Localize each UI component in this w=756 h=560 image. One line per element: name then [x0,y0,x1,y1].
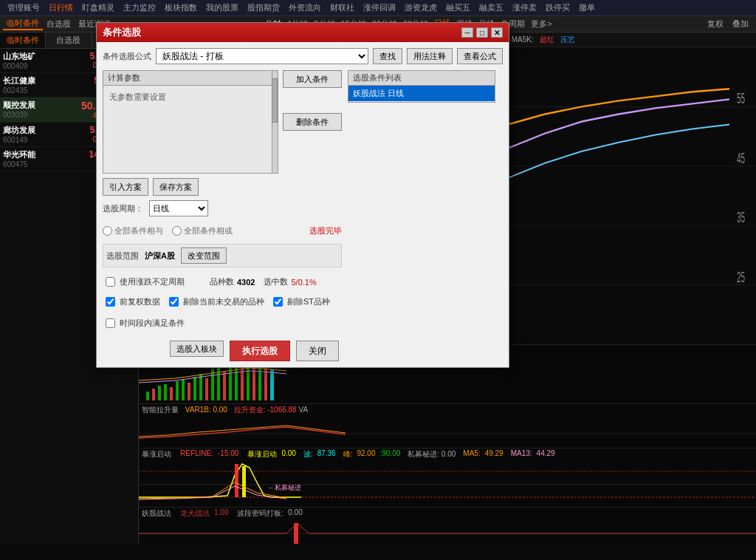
delete-condition-btn[interactable]: 删除条件 [283,113,342,131]
dialog-minimize-btn[interactable]: ─ [461,27,473,38]
import-scheme-btn[interactable]: 引入方案 [103,178,148,196]
condition-list-panel: 选股条件列表 妖股战法 日线 [348,70,495,103]
remove-notrade-label: 剔除当前未交易的品种 [183,296,264,307]
indicator-label: 智能拉升量 [142,406,179,414]
nav-limit-up[interactable]: 涨停回调 [359,2,400,13]
dialog-title: 条件选股 [103,26,141,39]
svg-rect-90 [242,466,246,497]
nav-monitor[interactable]: 盯盘精灵 [78,2,119,13]
svg-rect-66 [158,386,161,400]
btn-overlay[interactable]: 叠加 [728,18,753,30]
stock-name: 华光环能 [3,149,89,160]
sidebar-tab-watchlist[interactable]: 自选股 [46,33,92,48]
nav-manage-account[interactable]: 管理账号 [3,2,44,13]
find-btn[interactable]: 查找 [373,48,402,64]
hi-label: 峰: [343,449,353,460]
refline-label: REFLINE: [180,449,213,460]
usage-btn[interactable]: 用法注释 [407,48,453,64]
stats-value1: 4302 [237,278,255,287]
bo-yao-value: 0.00 [288,508,302,519]
svg-rect-76 [217,366,220,400]
condition-buttons: 加入条件 删除条件 [283,70,342,174]
formula-label: 条件选股公式 [103,51,151,62]
nav-cancel[interactable]: 撤单 [574,2,599,13]
dialog-maximize-btn[interactable]: □ [476,27,488,38]
add-condition-btn[interactable]: 加入条件 [283,70,342,88]
tab-temp-condition[interactable]: 临时条件 [3,18,43,30]
condition-list-item[interactable]: 妖股战法 日线 [348,86,495,102]
nav-foreign[interactable]: 外资流向 [284,2,326,13]
nav-block-index[interactable]: 板块指数 [160,2,202,13]
tab-my-stocks[interactable]: 自选股 [43,18,75,30]
time-range-row: 时间段内满足条件 [103,316,342,333]
remove-notrade-row: 剔除当前未交易的品种 [169,296,264,307]
nav-buy5[interactable]: 融买五 [441,2,475,13]
bo-label: 波: [303,449,313,460]
longfa-value: 1.00 [214,508,228,519]
yao-gu-label: 妖股战法 [142,508,171,519]
bao-zhang-label: 暴涨启动 [142,449,171,460]
prev-rights-label: 前复权数据 [120,296,160,307]
sidebar-tab-temp[interactable]: 临时条件 [0,33,46,48]
prev-rights-checkbox[interactable] [106,297,115,307]
view-formula-btn[interactable]: 查看公式 [457,48,503,64]
btn-rights[interactable]: 复权 [703,18,728,30]
nav-stop-sell[interactable]: 涨停卖 [508,2,541,13]
time-range-checkbox[interactable] [106,318,115,328]
nav-daily[interactable]: 日行情 [44,2,78,13]
svg-text:←私募秘进: ←私募秘进 [268,484,301,491]
stock-code: 000409 [3,62,90,70]
radio-all-same[interactable]: 全部条件相与 [103,225,163,236]
yao-gu-header: 妖股战法 龙犬战法 1.00 波段密码打板: 0.00 [139,508,756,519]
nav-stop-buy[interactable]: 跌停买 [541,2,574,13]
param-title: 计算参数 [103,71,278,86]
start-value: 0.00 [281,449,295,460]
condition-list-title: 选股条件列表 [348,71,495,86]
period-select[interactable]: 日线 [149,200,208,216]
svg-rect-80 [241,365,244,400]
nav-sell5[interactable]: 融卖五 [475,2,508,13]
radio-all-or[interactable]: 全部条件相或 [172,225,233,236]
scrollbar-thumb[interactable] [272,78,278,123]
stock-code: 003039 [3,111,81,119]
nav-main-force[interactable]: 主力监控 [119,2,160,13]
stats-label1: 品种数 [210,276,234,287]
change-scope-btn[interactable]: 改变范围 [181,247,227,264]
nav-futures[interactable]: 股指期货 [243,2,284,13]
uncertain-period-checkbox[interactable] [106,277,115,287]
ma5-label: MA5: [463,449,480,460]
svg-rect-74 [205,378,208,400]
formula-row: 条件选股公式 妖股战法 - 打板 查找 用法注释 查看公式 [103,48,503,64]
svg-rect-82 [252,363,255,400]
nav-financial-media[interactable]: 财联社 [326,2,359,13]
top-nav: 管理账号 日行情 盯盘精灵 主力监控 板块指数 我的股票 股指期货 外资流向 财… [0,0,756,16]
ma13-label: MA13: [511,449,532,460]
param-panel: 计算参数 无参数需要设置 [103,70,278,174]
dialog-close-btn[interactable]: ✕ [491,27,503,38]
period-row: 选股周期： 日线 [103,200,342,216]
save-scheme-btn[interactable]: 保存方案 [153,178,199,196]
select-block-btn[interactable]: 选股入板块 [170,341,224,357]
nav-more[interactable]: 更多> [528,18,554,30]
svg-rect-77 [223,371,226,400]
remove-notrade-checkbox[interactable] [169,297,179,307]
dialog-close-button[interactable]: 关闭 [296,341,339,361]
condition-dialog[interactable]: 条件选股 ─ □ ✕ 条件选股公式 妖股战法 - 打板 查找 用法注释 查看公式 [96,22,509,368]
formula-select[interactable]: 妖股战法 - 打板 [156,48,368,64]
nav-my-stocks[interactable]: 我的股票 [202,2,243,13]
scope-label: 选股范围 [106,250,139,262]
scrollbar[interactable] [272,71,278,173]
remove-st-checkbox[interactable] [273,297,283,307]
select-complete-label: 选股完毕 [309,225,342,236]
stats-label2: 选中数 [264,276,288,287]
full-condition-row: 全部条件相与 全部条件相或 选股完毕 [103,225,342,236]
svg-rect-65 [152,389,155,400]
nav-dragon[interactable]: 游资龙虎 [400,2,441,13]
var1b-label: VAR1B: 0.00 [185,406,227,414]
svg-text:35: 35 [737,209,745,225]
ma13-value: 44.29 [537,449,555,460]
dialog-content-row: 计算参数 无参数需要设置 加入条件 删除条件 [103,70,503,361]
ma5-value: 49.29 [485,449,504,460]
svg-text:55: 55 [737,91,745,107]
execute-btn[interactable]: 执行选股 [230,341,290,361]
